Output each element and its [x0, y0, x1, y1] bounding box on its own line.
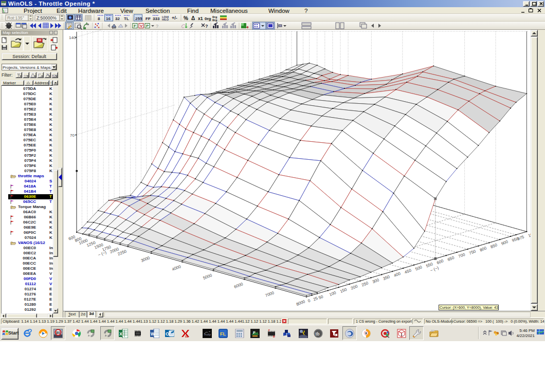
- svg-text:?: ?: [156, 24, 158, 29]
- svg-text:F: F: [268, 329, 270, 332]
- svg-text:EM: EM: [112, 26, 116, 29]
- svg-text:Z:50000%: Z:50000%: [37, 15, 57, 21]
- svg-text:Rot:135°: Rot:135°: [7, 15, 24, 21]
- svg-text:140: 140: [69, 35, 76, 40]
- svg-text:+/-: +/-: [172, 15, 177, 21]
- svg-text:32: 32: [115, 16, 120, 21]
- svg-text:tb: tb: [316, 331, 320, 337]
- svg-text:0rg: 0rg: [205, 16, 211, 21]
- svg-text:W: W: [151, 331, 155, 337]
- svg-text:333: 333: [153, 16, 160, 21]
- svg-text:F: F: [253, 330, 256, 335]
- svg-text:16: 16: [106, 16, 111, 21]
- svg-text:B: B: [273, 335, 275, 338]
- svg-text:Δ: Δ: [191, 15, 195, 21]
- svg-text:%: %: [184, 15, 188, 21]
- svg-text:F: F: [134, 24, 136, 28]
- svg-text:X: X: [119, 331, 122, 337]
- svg-text:8: 8: [98, 16, 100, 21]
- svg-text:fruity: fruity: [204, 333, 211, 336]
- svg-text:70: 70: [70, 133, 75, 138]
- svg-text:0rg: 0rg: [212, 18, 217, 22]
- svg-text:BB: BB: [185, 335, 189, 338]
- svg-text:80: 80: [56, 331, 60, 334]
- svg-text:P: P: [146, 24, 149, 28]
- svg-text:V: V: [140, 24, 143, 28]
- svg-text:FL: FL: [220, 331, 226, 337]
- svg-text:TL: TL: [124, 16, 129, 21]
- svg-text:?: ?: [205, 24, 208, 29]
- svg-text:255: 255: [135, 16, 142, 21]
- svg-text:O: O: [166, 331, 169, 337]
- svg-text:x1: x1: [198, 16, 203, 21]
- svg-text:1: 1: [401, 333, 403, 337]
- svg-text:HILO: HILO: [162, 18, 169, 21]
- svg-text:FF: FF: [146, 16, 151, 21]
